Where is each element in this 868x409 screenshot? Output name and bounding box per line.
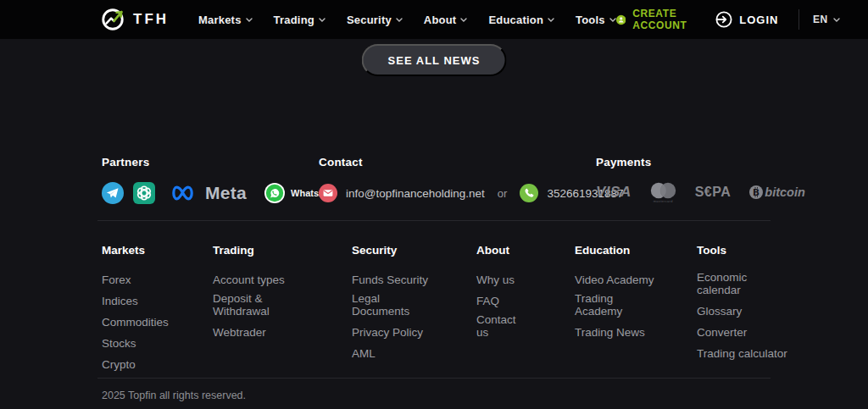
payments-title: Payments [596,156,805,169]
footer-link-item: Account types [213,272,314,287]
chevron-down-icon [548,18,554,22]
login-arrow-icon [715,11,732,28]
footer-link-item: Glossary [697,303,807,318]
footer-link[interactable]: Converter [697,327,747,340]
footer-link[interactable]: Trading Academy [575,293,622,318]
language-selector[interactable]: EN [813,14,840,25]
see-all-news-button[interactable]: SEE ALL NEWS [362,44,507,76]
nav-menu-item-label: About [424,14,457,26]
tfh-logo-icon [100,7,125,32]
create-account-button[interactable]: CREATE ACCOUNT [616,8,694,31]
footer-link[interactable]: Video Academy [575,274,654,287]
chevron-down-icon [833,18,840,22]
footer-link-item: Converter [697,324,807,340]
footer-column-title: About [476,244,578,257]
footer-column: Security Funds Security Legal Documents … [352,244,453,367]
nav-menu-item-label: Tools [576,14,605,26]
contact-row: info@topfinanceholding.net or 3526619318… [319,184,624,202]
footer-link-item: Trading Academy [575,293,676,318]
mastercard-label: mastercard [654,199,673,203]
footer-link[interactable]: Contact us [476,314,516,339]
footer-column-title: Education [575,244,676,257]
nav-menu-item[interactable]: Trading [274,14,326,26]
email-icon[interactable] [319,184,337,202]
footer-link[interactable]: Glossary [697,306,742,318]
footer-column: Markets Forex Indices Commodities [102,244,203,378]
footer-link[interactable]: Trading calculator [697,348,787,361]
nav-menu-item[interactable]: Markets [198,14,253,26]
whatsapp-icon [264,183,285,203]
footer-link[interactable]: Webtrader [213,327,266,340]
footer-link[interactable]: Why us [476,274,515,287]
copyright-text: 2025 Topfin all rights reserved. [102,390,246,401]
footer-link[interactable]: Privacy Policy [352,327,423,340]
meta-infinity-icon [170,185,200,202]
partners-section: Partners Meta [102,156,337,204]
telegram-icon[interactable] [102,182,124,204]
footer-link[interactable]: Forex [102,274,131,287]
login-button[interactable]: LOGIN [715,11,778,28]
nav-menu-item[interactable]: Education [488,14,554,26]
footer-column-links: Video Academy Trading Academy Trading Ne… [575,272,676,340]
footer-link[interactable]: Economic calendar [697,272,747,296]
chevron-down-icon [396,18,403,22]
footer-link[interactable]: Legal Documents [352,293,409,318]
footer-link[interactable]: FAQ [476,296,499,308]
footer-column: Education Video Academy Trading Academy … [575,244,676,345]
footer-link-item: Privacy Policy [352,324,453,340]
nav-menu-item[interactable]: About [424,14,468,26]
footer-link-item: Forex [102,272,203,287]
bitcoin-icon: B [749,185,763,199]
footer-column-links: Forex Indices Commodities Stocks [102,272,203,372]
footer-column-links: Why us FAQ Contact us [476,272,578,340]
footer-link[interactable]: Crypto [102,359,136,372]
bitcoin-logo: B bitcoin [749,185,805,199]
chevron-down-icon [319,18,326,22]
chevron-down-icon [246,18,253,22]
footer-column: About Why us FAQ Contact us [476,244,578,345]
language-label: EN [813,14,828,25]
footer-column-title: Tools [697,244,807,257]
footer-link[interactable]: Account types [213,274,285,287]
footer-link[interactable]: Deposit & Withdrawal [213,293,270,318]
create-account-label: CREATE ACCOUNT [632,8,693,31]
footer-link-item: Trading News [575,324,676,340]
navbar-right: CREATE ACCOUNT LOGIN EN [616,8,840,31]
footer-link[interactable]: Stocks [102,338,136,351]
footer-link-item: FAQ [476,293,578,308]
footer-link-item: Stocks [102,335,203,351]
footer-link[interactable]: Indices [102,296,138,308]
nav-menu: Markets Trading Security [198,14,616,26]
footer-link[interactable]: Funds Security [352,274,428,287]
footer-link[interactable]: Trading News [575,327,645,340]
footer-column: Trading Account types Deposit & Withdraw… [213,244,314,345]
login-label: LOGIN [739,14,778,26]
brand-logo[interactable]: TFH [100,7,169,32]
footer-link-item: Economic calendar [697,272,807,297]
meta-logo[interactable]: Meta [170,183,247,203]
mastercard-circles-icon [650,182,676,199]
footer-link-item: Indices [102,293,203,308]
footer-link[interactable]: AML [352,348,376,361]
footer-divider-bottom [97,378,771,379]
nav-menu-item[interactable]: Tools [576,14,616,26]
contact-section: Contact info@topfinanceholding.net or 35… [319,156,624,202]
nav-menu-item-label: Markets [198,14,242,26]
payments-row: VISA mastercard S€PA B bitcoin [596,182,805,202]
contact-email[interactable]: info@topfinanceholding.net [346,187,485,200]
openai-icon[interactable] [133,182,155,204]
contact-separator: or [498,187,508,200]
page: TFH Markets Trading [0,0,868,409]
navbar: TFH Markets Trading [0,0,868,39]
user-icon [616,12,626,28]
footer-link[interactable]: Commodities [102,317,169,329]
phone-icon[interactable] [520,184,538,202]
bitcoin-label: bitcoin [765,185,805,199]
nav-menu-item[interactable]: Security [347,14,403,26]
footer-link-item: AML [352,345,453,361]
meta-label: Meta [205,183,247,203]
footer-link-item: Funds Security [352,272,453,287]
chevron-down-icon [460,18,467,22]
payments-section: Payments VISA mastercard S€PA B bitcoin [596,156,805,202]
footer-link-item: Trading calculator [697,345,807,361]
